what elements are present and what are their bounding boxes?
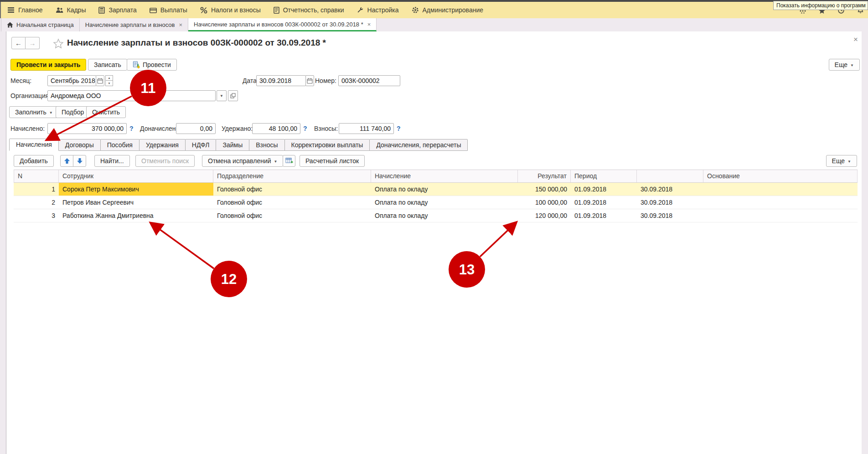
help-icon[interactable]: ? [129,123,134,134]
menu-item-label: Отчетность, справки [283,6,344,14]
cell-employee[interactable]: Петров Иван Сергеевич [59,196,213,209]
date-field[interactable]: 30.09.2018 [256,75,306,86]
tab-accruals[interactable]: Начисления [9,139,59,151]
cell-period-start[interactable]: 01.09.2018 [571,183,637,196]
organization-field[interactable]: Андромеда ООО [47,90,216,101]
cell-department[interactable]: Головной офис [213,209,371,222]
pick-button[interactable]: Подбор [56,106,90,118]
cell-employee[interactable]: Работкина Жанна Дмитриевна [59,209,213,222]
contributions-field[interactable]: 111 740,00 [339,123,394,134]
post-and-close-button[interactable]: Провести и закрыть [10,59,86,71]
menu-item-salary[interactable]: Зарплата [92,2,143,18]
table-row[interactable]: 1 Сорока Петр Максимович Головной офис О… [14,183,858,196]
move-up-button[interactable] [60,155,73,167]
cell-period-start[interactable]: 01.09.2018 [571,196,637,209]
tab-ndfl[interactable]: НДФЛ [185,139,217,151]
cell-period-end[interactable]: 30.09.2018 [637,209,703,222]
tab-contracts[interactable]: Договоры [58,139,101,151]
cell-employee[interactable]: Сорока Петр Максимович [59,183,213,196]
menu-item-settings[interactable]: Настройка [351,2,405,18]
cell-basis[interactable] [703,209,858,222]
cell-basis[interactable] [703,196,858,209]
contributions-label: Взносы: [314,123,338,134]
column-header-accrual[interactable]: Начисление [371,170,518,182]
additional-accrued-field[interactable]: 0,00 [176,123,216,134]
post-document-icon [133,61,140,68]
column-header-period[interactable]: Период [571,170,637,182]
column-header-period-end[interactable] [637,170,703,182]
chevron-down-icon: ▼ [850,62,854,67]
cell-basis[interactable] [703,183,858,196]
tab-payment-adjustments[interactable]: Корректировки выплаты [284,139,370,151]
home-icon [7,22,13,28]
month-field[interactable]: Сентябрь 2018 [47,75,96,86]
column-header-employee[interactable]: Сотрудник [59,170,213,182]
month-calendar-icon[interactable] [96,75,104,86]
cell-n[interactable]: 3 [14,209,59,222]
forward-button[interactable]: → [26,37,40,49]
cell-period-end[interactable]: 30.09.2018 [637,183,703,196]
menu-item-administration[interactable]: Администрирование [405,2,490,18]
save-button[interactable]: Записать [88,59,127,71]
accrued-field[interactable]: 370 000,00 [47,123,127,134]
number-field[interactable]: 00ЗК-000002 [338,75,400,86]
add-row-button[interactable]: Добавить [14,155,54,167]
arrow-up-icon [64,158,70,164]
menu-item-main[interactable]: Главное [1,2,49,18]
tab-document-active[interactable]: Начисление зарплаты и взносов 00ЗК-00000… [188,18,377,31]
cell-period-end[interactable]: 30.09.2018 [637,196,703,209]
table-row[interactable]: 3 Работкина Жанна Дмитриевна Головной оф… [14,209,858,222]
menu-item-taxes[interactable]: Налоги и взносы [194,2,267,18]
withheld-field[interactable]: 48 100,00 [252,123,300,134]
organization-open-icon[interactable] [228,90,238,101]
find-button[interactable]: Найти... [94,155,130,167]
column-header-result[interactable]: Результат [518,170,571,182]
menu-item-staff[interactable]: Кадры [49,2,93,18]
organization-dropdown-icon[interactable]: ▼ [217,90,227,101]
column-header-n[interactable]: N [14,170,59,182]
cancel-search-button[interactable]: Отменить поиск [135,155,195,167]
spin-down-icon[interactable]: ▼ [105,81,113,86]
cell-accrual[interactable]: Оплата по окладу [371,209,518,222]
close-tab-icon[interactable]: × [367,21,371,28]
cell-n[interactable]: 2 [14,196,59,209]
cell-result[interactable]: 120 000,00 [518,209,571,222]
form-more-button[interactable]: Еще▼ [829,59,860,71]
menu-item-payments[interactable]: Выплаты [143,2,194,18]
close-form-icon[interactable]: × [853,35,858,44]
column-header-department[interactable]: Подразделение [213,170,371,182]
cell-n[interactable]: 1 [14,183,59,196]
help-icon[interactable]: ? [303,123,307,134]
clear-button[interactable]: Очистить [86,106,126,118]
menu-item-reports[interactable]: Отчетность, справки [267,2,351,18]
cell-accrual[interactable]: Оплата по окладу [371,183,518,196]
table-more-button[interactable]: Еще▼ [826,155,857,167]
tab-document-list[interactable]: Начисление зарплаты и взносов × [80,18,188,31]
column-header-basis[interactable]: Основание [703,170,858,182]
tab-contributions[interactable]: Взносы [249,139,284,151]
close-tab-icon[interactable]: × [178,21,182,28]
tab-home[interactable]: Начальная страница [1,18,80,31]
undo-corrections-button[interactable]: Отмена исправлений▼ [202,155,283,167]
help-icon[interactable]: ? [397,123,401,134]
date-calendar-icon[interactable] [305,75,314,86]
cell-result[interactable]: 150 000,00 [518,183,571,196]
post-button[interactable]: Провести [127,59,177,71]
cell-department[interactable]: Головной офис [213,183,371,196]
back-button[interactable]: ← [11,37,26,49]
insert-rows-button[interactable] [283,155,295,167]
tab-benefits[interactable]: Пособия [100,139,140,151]
tab-recalculations[interactable]: Доначисления, перерасчеты [369,139,468,151]
favorite-star-icon[interactable] [53,38,64,50]
payslip-button[interactable]: Расчетный листок [300,155,365,167]
cell-department[interactable]: Головной офис [213,196,371,209]
table-row[interactable]: 2 Петров Иван Сергеевич Головной офис Оп… [14,196,858,209]
cell-result[interactable]: 100 000,00 [518,196,571,209]
cell-accrual[interactable]: Оплата по окладу [371,196,518,209]
tab-loans[interactable]: Займы [216,139,249,151]
spin-up-icon[interactable]: ▲ [105,75,113,81]
cell-period-start[interactable]: 01.09.2018 [571,209,637,222]
move-down-button[interactable] [73,155,86,167]
fill-button[interactable]: Заполнить▼ [9,106,59,118]
tab-deductions[interactable]: Удержания [139,139,186,151]
